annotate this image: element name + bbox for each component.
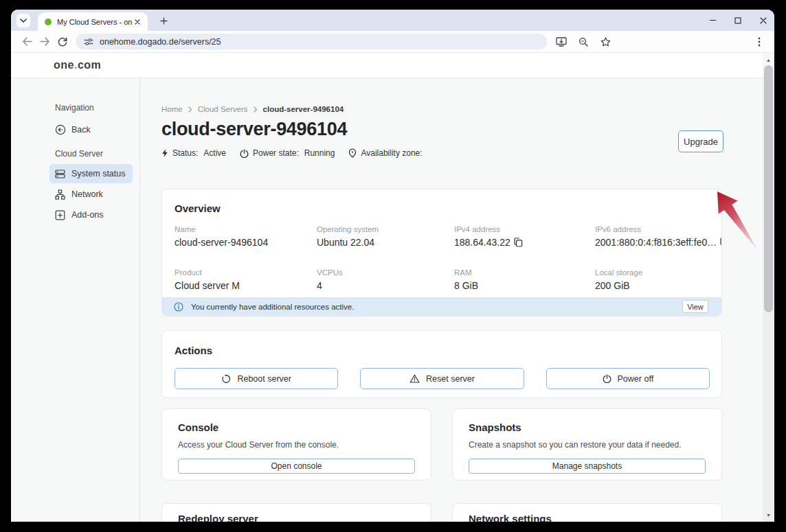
power-off-button[interactable]: Power off	[546, 368, 710, 389]
breadcrumb-home[interactable]: Home	[161, 105, 183, 113]
breadcrumb: Home Cloud Servers cloud-server-9496104	[161, 105, 722, 113]
page-scrollbar[interactable]: ▲ ▼	[763, 53, 774, 522]
chevron-right-icon	[254, 106, 258, 113]
power-icon	[603, 374, 611, 383]
url-bar[interactable]: onehome.dogado.de/servers/25	[76, 34, 547, 49]
info-icon	[174, 302, 183, 312]
site-header: one.com	[11, 53, 774, 78]
status-item-state: Status: Active	[161, 148, 226, 158]
sidebar-section-label: Cloud Server	[55, 149, 133, 159]
copy-icon[interactable]	[720, 238, 722, 247]
manage-snapshots-button[interactable]: Manage snapshots	[469, 459, 706, 474]
install-app-icon[interactable]	[552, 33, 570, 51]
snapshots-description: Create a snapshot so you can restore you…	[469, 440, 706, 450]
chevron-right-icon	[188, 106, 192, 113]
status-label: Status:	[172, 148, 198, 158]
ipv6-value: 2001:880:0:4:f816:3eff:fe0…	[595, 237, 717, 248]
action-label: Reset server	[426, 374, 475, 384]
chevron-down-icon	[20, 19, 27, 23]
tab-close-icon[interactable]	[133, 17, 142, 27]
sidebar-item-network[interactable]: Network	[49, 185, 133, 204]
browser-tab[interactable]: My Cloud Servers - oneVPS	[38, 12, 148, 31]
upgrade-button[interactable]: Upgrade	[678, 130, 723, 152]
power-state-icon	[240, 149, 249, 158]
window-controls	[708, 10, 767, 31]
reboot-server-button[interactable]: Reboot server	[175, 368, 338, 389]
power-label: Power state:	[253, 148, 299, 158]
status-item-zone: Availability zone:	[348, 148, 427, 158]
field-product: Product Cloud server M	[175, 268, 317, 291]
snapshots-card: Snapshots Create a snapshot so you can r…	[452, 408, 722, 481]
sidebar-item-label: System status	[71, 169, 126, 178]
breadcrumb-current: cloud-server-9496104	[263, 105, 344, 113]
back-circle-icon	[55, 124, 66, 135]
reload-icon[interactable]	[54, 33, 71, 51]
sidebar: Navigation Back Cloud Server System stat…	[11, 78, 140, 522]
minimize-button[interactable]	[708, 16, 717, 25]
site-favicon	[45, 19, 52, 25]
copy-icon[interactable]	[514, 238, 523, 247]
url-text: onehome.dogado.de/servers/25	[100, 37, 221, 47]
reset-server-button[interactable]: Reset server	[360, 368, 524, 389]
add-ons-plus-icon	[55, 210, 65, 220]
bookmark-star-icon[interactable]	[596, 33, 614, 51]
close-button[interactable]	[759, 16, 767, 25]
redeploy-title: Redeploy server	[178, 513, 415, 522]
resources-banner: You currently have additional resources …	[162, 297, 721, 316]
forward-nav-icon[interactable]	[36, 33, 54, 51]
network-settings-card: Network settings	[452, 503, 722, 522]
scroll-up-icon[interactable]: ▲	[763, 54, 774, 65]
screenshot-root: My Cloud Servers - oneVPS	[0, 0, 786, 532]
browser-menu-icon[interactable]	[751, 34, 767, 50]
sidebar-nav-title: Navigation	[49, 103, 133, 113]
onecom-logo: one.com	[54, 59, 101, 71]
logo-text-2: com	[78, 59, 101, 71]
tab-search-button[interactable]	[16, 14, 30, 27]
sidebar-item-add-ons[interactable]: Add-ons	[49, 205, 133, 224]
sidebar-item-system-status[interactable]: System status	[49, 164, 133, 183]
maximize-button[interactable]	[734, 16, 742, 25]
reboot-icon	[221, 374, 231, 384]
zone-label: Availability zone:	[361, 148, 422, 158]
zoom-icon[interactable]	[574, 33, 592, 51]
tab-strip: My Cloud Servers - oneVPS	[11, 10, 774, 31]
overview-grid: Name cloud-server-9496104 Operating syst…	[175, 225, 710, 291]
network-icon	[55, 189, 65, 200]
toolbar-actions	[552, 33, 614, 51]
field-ipv6: IPv6 address 2001:880:0:4:f816:3eff:fe0…	[595, 225, 722, 248]
action-label: Reboot server	[237, 374, 291, 384]
field-ram: RAM 8 GiB	[454, 268, 595, 291]
back-nav-icon[interactable]	[18, 33, 36, 51]
scroll-down-icon[interactable]: ▼	[763, 509, 774, 520]
sidebar-item-label: Network	[71, 189, 103, 199]
console-description: Access your Cloud Server from the consol…	[178, 440, 415, 450]
field-operating-system: Operating system Ubuntu 22.04	[317, 225, 454, 248]
action-label: Power off	[618, 374, 654, 384]
scrollbar-thumb[interactable]	[764, 65, 773, 312]
site-settings-icon[interactable]	[84, 38, 93, 46]
new-tab-button[interactable]	[158, 15, 169, 26]
redeploy-server-card: Redeploy server	[161, 503, 431, 522]
sidebar-back-button[interactable]: Back	[55, 124, 133, 135]
actions-card: Actions Reboot server	[161, 330, 722, 398]
status-value: Active	[203, 148, 226, 158]
console-card: Console Access your Cloud Server from th…	[161, 408, 431, 481]
tab-title: My Cloud Servers - oneVPS	[57, 18, 133, 26]
open-console-button[interactable]: Open console	[178, 459, 415, 474]
browser-window: My Cloud Servers - oneVPS	[11, 10, 774, 522]
overview-card: Overview Name cloud-server-9496104 Opera…	[161, 189, 722, 316]
field-ipv4: IPv4 address 188.64.43.22	[454, 225, 595, 248]
overview-title: Overview	[175, 203, 710, 214]
field-vcpus: VCPUs 4	[317, 268, 454, 291]
location-pin-icon	[348, 148, 357, 158]
main-content: Home Cloud Servers cloud-server-9496104 …	[140, 78, 774, 522]
view-button[interactable]: View	[682, 300, 708, 313]
lightning-bolt-icon	[161, 148, 168, 158]
plus-icon	[160, 17, 168, 25]
breadcrumb-cloud-servers[interactable]: Cloud Servers	[198, 105, 248, 113]
status-item-power: Power state: Running	[240, 148, 335, 158]
banner-text: You currently have additional resources …	[191, 303, 354, 311]
browser-toolbar: onehome.dogado.de/servers/25	[11, 31, 774, 53]
actions-title: Actions	[175, 345, 710, 356]
field-name: Name cloud-server-9496104	[175, 225, 317, 248]
